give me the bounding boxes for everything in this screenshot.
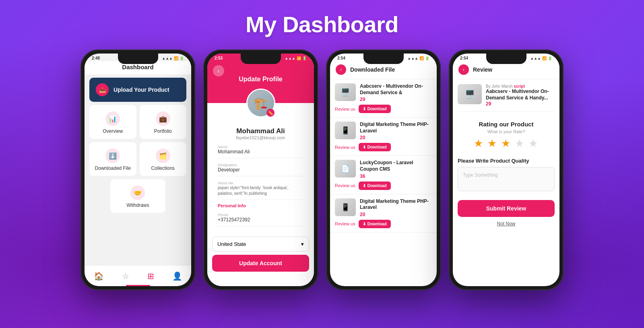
star-4[interactable]: ★: [515, 137, 525, 149]
dl-count-1: 20: [360, 135, 432, 140]
back-button-2[interactable]: ‹: [213, 65, 224, 76]
notch-3: [363, 54, 404, 64]
bottom-nav: 🏠 ☆ ⊞ 👤: [85, 265, 191, 286]
download-button-2[interactable]: ⬇ Download: [359, 182, 391, 190]
overview-label: Overview: [103, 128, 123, 134]
notch: [118, 54, 158, 64]
time-4: 2:54: [460, 56, 468, 60]
phone-review: 2:54 ▲▲▲📶🔋 ‹ Review 🖥️ By John Marsh scr…: [449, 50, 564, 290]
review-thumb: 🖥️: [458, 84, 482, 104]
review-script-tag: script: [514, 84, 524, 89]
phone-label: Phone: [218, 213, 303, 217]
user-info-center: Mohammad Ali fayebe1521@kkoup.com: [218, 127, 303, 140]
review-product-title: Aabcserv - Multivendor On-Demand Service…: [486, 89, 555, 101]
avatar-edit-icon[interactable]: ✏️: [266, 109, 275, 117]
phone-field[interactable]: Phone +37125472392: [218, 210, 303, 226]
star-3[interactable]: ★: [501, 137, 511, 149]
download-item-0: 🖥️ Aabcserv - Multivendor On-Demand Serv…: [330, 79, 437, 118]
downloaded-file-item[interactable]: ⬇️ Downloaded File: [89, 142, 136, 176]
dl-count-3: 20: [360, 212, 432, 217]
quality-placeholder: Type Something: [463, 172, 498, 178]
profile-form: Mohammad Ali fayebe1521@kkoup.com Name M…: [212, 122, 309, 233]
downloaded-label: Downloaded File: [95, 165, 131, 171]
country-select[interactable]: United State ▾: [212, 237, 309, 252]
user-email: fayebe1521@kkoup.com: [218, 135, 303, 140]
downloaded-title: Downloaded File: [350, 66, 395, 73]
profile-title: Update Profile: [239, 76, 282, 83]
download-button-1[interactable]: ⬇ Download: [359, 143, 391, 151]
about-field[interactable]: About Me pspan style="font-family: 'book…: [218, 178, 303, 200]
withdraw-label: Withdraws: [126, 202, 149, 208]
review-product-row: 🖥️ By John Marsh script Aabcserv - Multi…: [458, 84, 555, 112]
quality-section: Please Write Product Quality Type Someth…: [458, 154, 555, 195]
star-5[interactable]: ★: [528, 137, 539, 149]
download-icon-1: ⬇: [363, 145, 366, 149]
portfolio-label: Portfolio: [154, 128, 172, 134]
dl-thumb-1: 📱: [335, 122, 356, 139]
nav-home-icon[interactable]: 🏠: [94, 271, 104, 281]
quality-input[interactable]: Type Something: [458, 167, 555, 191]
review-content: 🖥️ By John Marsh script Aabcserv - Multi…: [453, 79, 559, 231]
about-value: pspan style="font-family: 'book antiqua'…: [218, 185, 303, 196]
download-button-0[interactable]: ⬇ Download: [359, 105, 391, 113]
submit-review-button[interactable]: Submit Review: [458, 200, 555, 217]
status-icons-3: ▲▲▲📶🔋: [407, 56, 429, 60]
withdraws-row: 🤝 Withdraws: [89, 179, 186, 213]
dl-title-1: Digital Marketing Theme PHP-Laravel: [360, 122, 432, 134]
collections-item[interactable]: 🗂️ Collections: [140, 142, 187, 176]
download-item-2: 📄 LuckyCoupon - Laravel Coupon CMS 36 Re…: [330, 156, 437, 194]
name-field[interactable]: Name Mohammad Ali: [218, 142, 303, 158]
dl-title-2: LuckyCoupon - Laravel Coupon CMS: [360, 160, 432, 172]
portfolio-icon: 💼: [156, 111, 170, 126]
name-value: Mohammad Ali: [218, 149, 303, 155]
update-account-button[interactable]: Update Account: [212, 255, 309, 272]
review-product-info: By John Marsh script Aabcserv - Multiven…: [486, 84, 555, 107]
portfolio-item[interactable]: 💼 Portfolio: [140, 105, 187, 139]
name-label: Name: [218, 145, 303, 149]
designation-field[interactable]: Designation Developer: [218, 160, 303, 176]
star-rating[interactable]: ★ ★ ★ ★ ★: [458, 137, 555, 150]
collections-icon: 🗂️: [156, 149, 170, 163]
nav-grid-icon[interactable]: ⊞: [147, 271, 154, 281]
nav-star-icon[interactable]: ☆: [122, 271, 129, 281]
dl-count-0: 29: [360, 97, 432, 102]
nav-user-icon[interactable]: 👤: [172, 271, 182, 281]
status-icons-4: ▲▲▲📶🔋: [530, 56, 552, 60]
review-link-0[interactable]: Review us: [335, 107, 355, 111]
download-item-1: 📱 Digital Marketing Theme PHP-Laravel 20…: [330, 118, 437, 156]
profile-header: ‹ Update Profile 🏗️ ✏️: [207, 61, 314, 103]
download-icon-2: ⬇: [363, 184, 366, 188]
designation-label: Designation: [218, 163, 303, 167]
download-button-3[interactable]: ⬇ Download: [359, 220, 391, 228]
review-link-2[interactable]: Review us: [335, 183, 355, 188]
status-icons-2: ▲▲▲📶🔋: [285, 56, 307, 60]
overview-icon: 📊: [105, 111, 120, 126]
download-icon-3: ⬇: [363, 222, 366, 226]
time-3: 2:54: [337, 56, 345, 60]
withdraws-item[interactable]: 🤝 Withdraws: [110, 179, 165, 213]
dl-count-2: 36: [360, 173, 432, 179]
back-button-4[interactable]: ‹: [458, 64, 469, 75]
review-link-3[interactable]: Review us: [335, 221, 355, 226]
notch-2: [241, 54, 281, 64]
star-1[interactable]: ★: [474, 137, 484, 149]
phone-downloaded-file: 2:54 ▲▲▲📶🔋 ‹ Downloaded File 🖥️ Aabcserv…: [326, 50, 441, 290]
back-button-3[interactable]: ‹: [336, 64, 346, 75]
rating-subtitle: What is your Rate?: [458, 129, 555, 134]
upload-product-button[interactable]: 📤 Upload Your Product: [89, 78, 186, 102]
overview-item[interactable]: 📊 Overview: [89, 105, 136, 139]
phone-update-profile: 2:53 ▲▲▲📶🔋 ‹ Update Profile 🏗️ ✏️: [203, 50, 318, 290]
time-1: 2:48: [92, 56, 100, 60]
download-list: 🖥️ Aabcserv - Multivendor On-Demand Serv…: [330, 79, 437, 286]
review-link-1[interactable]: Review us: [335, 145, 355, 150]
country-value: United State: [217, 241, 246, 247]
star-2[interactable]: ★: [487, 137, 497, 149]
personal-info-label: Personal Info: [218, 203, 303, 208]
phone-value: +37125472392: [218, 217, 303, 223]
download-icon-0: ⬇: [363, 107, 366, 111]
not-now-button[interactable]: Not Now: [458, 221, 555, 227]
review-title: Review: [473, 66, 492, 73]
download-icon: ⬇️: [105, 149, 120, 163]
avatar-wrap: 🏗️ ✏️: [246, 89, 275, 118]
dl-title-3: Digital Marketing Theme PHP-Laravel: [360, 198, 432, 211]
